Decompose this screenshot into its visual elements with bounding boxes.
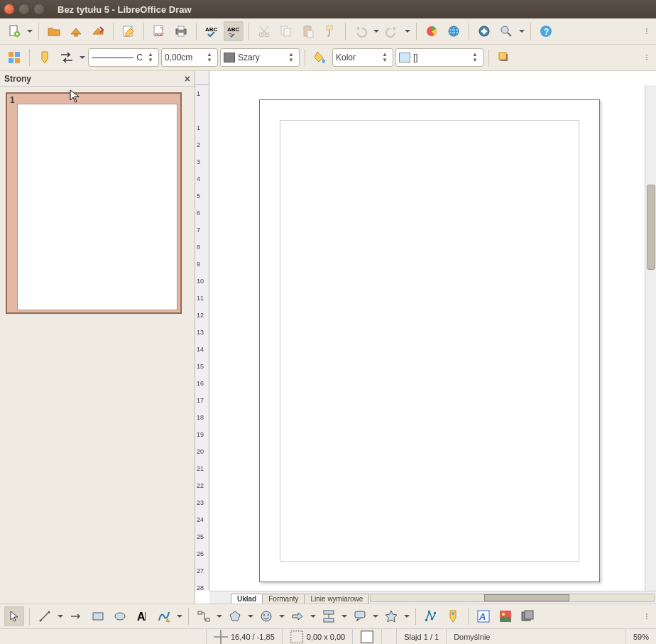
- status-slide[interactable]: Slajd 1 / 1: [396, 629, 446, 644]
- callout-tool[interactable]: [350, 606, 370, 626]
- arrow-style-button[interactable]: [57, 48, 77, 67]
- export-button[interactable]: [88, 21, 108, 41]
- rectangle-tool[interactable]: [88, 606, 108, 626]
- line-style-combo[interactable]: C ▲▼: [88, 48, 159, 67]
- svg-rect-38: [198, 611, 202, 614]
- svg-point-41: [263, 614, 265, 616]
- gallery-tool[interactable]: [518, 606, 537, 626]
- styles-button[interactable]: [4, 48, 24, 67]
- window-minimize-button[interactable]: [19, 4, 29, 14]
- basic-shapes-dropdown[interactable]: [247, 606, 254, 626]
- connector-dropdown[interactable]: [216, 606, 223, 626]
- new-document-button[interactable]: [4, 21, 24, 41]
- slide-number: 1: [10, 95, 15, 105]
- flowchart-tool[interactable]: [319, 606, 339, 626]
- zoom-dropdown[interactable]: [518, 21, 525, 41]
- toolbar-grip[interactable]: [646, 28, 652, 34]
- svg-rect-44: [324, 618, 334, 622]
- vertical-ruler[interactable]: 1123456789101112131415161718192021222324…: [195, 85, 209, 591]
- glue-points-button[interactable]: [35, 48, 55, 67]
- paste-button[interactable]: [298, 21, 318, 41]
- open-button[interactable]: [44, 21, 64, 41]
- vertical-scrollbar[interactable]: [645, 85, 656, 591]
- select-tool[interactable]: [4, 606, 24, 626]
- symbol-shapes-dropdown[interactable]: [278, 606, 285, 626]
- undo-button[interactable]: [351, 21, 371, 41]
- zoom-button[interactable]: [496, 21, 516, 41]
- spellcheck-button[interactable]: ABC: [202, 21, 222, 41]
- symbol-shapes-tool[interactable]: [256, 606, 276, 626]
- stars-dropdown[interactable]: [403, 606, 410, 626]
- block-arrows-dropdown[interactable]: [310, 606, 317, 626]
- edit-file-button[interactable]: [119, 21, 138, 41]
- redo-button[interactable]: [382, 21, 402, 41]
- cut-button[interactable]: [254, 21, 274, 41]
- window-close-button[interactable]: [4, 4, 14, 14]
- slide-thumbnail[interactable]: 1: [6, 92, 182, 314]
- curve-tool-dropdown[interactable]: [176, 606, 183, 626]
- standard-toolbar: PDF ABC ABC ?: [0, 18, 656, 45]
- text-tool[interactable]: A: [132, 606, 152, 626]
- line-tool-dropdown[interactable]: [57, 606, 64, 626]
- curve-tool[interactable]: [154, 606, 174, 626]
- arrow-tool[interactable]: [66, 606, 86, 626]
- edit-points-tool[interactable]: [421, 606, 441, 626]
- pages-panel-close[interactable]: ×: [185, 73, 190, 84]
- print-button[interactable]: [171, 21, 191, 41]
- svg-rect-57: [290, 631, 302, 643]
- svg-point-40: [261, 611, 271, 621]
- horizontal-scrollbar[interactable]: [368, 591, 656, 604]
- stars-tool[interactable]: [381, 606, 401, 626]
- fontwork-tool[interactable]: A: [474, 606, 493, 626]
- redo-dropdown[interactable]: [404, 21, 411, 41]
- arrow-style-dropdown[interactable]: [79, 48, 86, 67]
- line-tool[interactable]: [35, 606, 55, 626]
- drawing-canvas[interactable]: [209, 85, 645, 591]
- undo-dropdown[interactable]: [373, 21, 380, 41]
- svg-rect-58: [361, 631, 373, 643]
- auto-spellcheck-button[interactable]: ABC: [224, 21, 244, 41]
- line-color-combo[interactable]: Szary ▲▼: [220, 48, 300, 67]
- navigator-button[interactable]: [474, 21, 494, 41]
- ellipse-tool[interactable]: [110, 606, 130, 626]
- layer-tabs: Układ Formanty Linie wymiarowe: [209, 591, 368, 604]
- block-arrows-tool[interactable]: [288, 606, 307, 626]
- svg-rect-43: [324, 611, 334, 614]
- svg-rect-7: [178, 26, 184, 30]
- gluepoints-tool[interactable]: [443, 606, 463, 626]
- chart-button[interactable]: [422, 21, 442, 41]
- page-margin: [280, 120, 579, 562]
- flowchart-dropdown[interactable]: [341, 606, 348, 626]
- format-paintbrush-button[interactable]: [320, 21, 340, 41]
- svg-rect-14: [284, 28, 290, 36]
- basic-shapes-tool[interactable]: [225, 606, 245, 626]
- status-zoom[interactable]: 59%: [625, 629, 656, 644]
- fill-value-combo[interactable]: [] ▲▼: [395, 48, 483, 67]
- copy-button[interactable]: [276, 21, 296, 41]
- export-pdf-button[interactable]: PDF: [149, 21, 169, 41]
- toolbar2-grip[interactable]: [646, 55, 652, 60]
- shadow-button[interactable]: [494, 48, 514, 67]
- tab-layout[interactable]: Układ: [231, 594, 263, 604]
- tab-dimlines[interactable]: Linie wymiarowe: [304, 594, 369, 604]
- new-document-dropdown[interactable]: [26, 21, 33, 41]
- area-fill-button[interactable]: [310, 48, 330, 67]
- svg-rect-17: [307, 31, 313, 38]
- connector-tool[interactable]: [194, 606, 214, 626]
- svg-rect-2: [75, 34, 77, 36]
- help-button[interactable]: ?: [536, 21, 556, 41]
- from-file-tool[interactable]: [496, 606, 515, 626]
- fill-mode-combo[interactable]: Kolor ▲▼: [332, 48, 393, 67]
- drawbar-grip[interactable]: [646, 613, 652, 619]
- callout-dropdown[interactable]: [372, 606, 379, 626]
- pages-panel-header: Strony ×: [0, 71, 195, 87]
- window-maximize-button[interactable]: [34, 4, 44, 14]
- svg-text:PDF: PDF: [155, 33, 163, 37]
- hyperlink-button[interactable]: [444, 21, 464, 41]
- save-button[interactable]: [66, 21, 86, 41]
- page: [259, 99, 600, 582]
- status-layout[interactable]: Domyślnie: [446, 629, 497, 644]
- line-width-combo[interactable]: 0,00cm ▲▼: [161, 48, 218, 67]
- svg-point-33: [48, 611, 50, 613]
- tab-controls[interactable]: Formanty: [262, 594, 305, 604]
